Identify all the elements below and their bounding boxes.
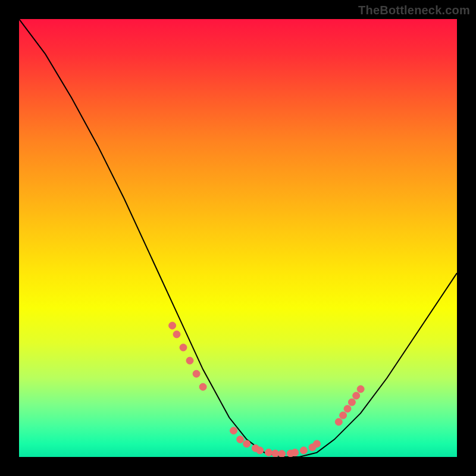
data-marker bbox=[243, 440, 250, 447]
marker-group bbox=[169, 322, 364, 457]
data-marker bbox=[357, 386, 364, 393]
plot-area bbox=[19, 19, 457, 457]
data-marker bbox=[230, 427, 237, 434]
data-marker bbox=[353, 392, 360, 399]
data-marker bbox=[344, 405, 351, 412]
data-marker bbox=[180, 344, 187, 351]
data-marker bbox=[335, 418, 342, 425]
bottleneck-curve bbox=[19, 19, 457, 457]
curve-svg bbox=[19, 19, 457, 457]
data-marker bbox=[169, 322, 176, 329]
data-marker bbox=[340, 412, 347, 419]
data-marker bbox=[199, 383, 206, 390]
data-marker bbox=[300, 447, 307, 454]
data-marker bbox=[186, 357, 193, 364]
data-marker bbox=[193, 370, 200, 377]
data-marker bbox=[272, 450, 279, 457]
data-marker bbox=[348, 399, 355, 406]
watermark-text: TheBottleneck.com bbox=[358, 4, 470, 17]
data-marker bbox=[173, 331, 180, 338]
data-marker bbox=[256, 447, 264, 454]
data-marker bbox=[292, 449, 299, 456]
data-marker bbox=[278, 450, 286, 457]
chart-frame: TheBottleneck.com bbox=[0, 0, 476, 476]
data-marker bbox=[314, 440, 321, 447]
data-marker bbox=[265, 449, 273, 456]
data-marker bbox=[237, 436, 244, 443]
